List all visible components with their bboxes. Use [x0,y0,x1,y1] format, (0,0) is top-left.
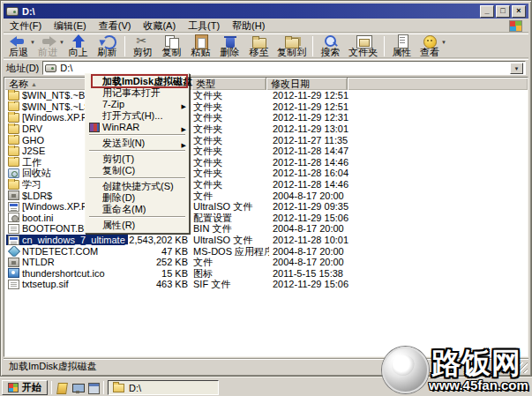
file-date: 2012-11-28 10:01 [273,235,348,245]
toolbar-button-icon [420,34,439,48]
close-button[interactable]: × [512,5,526,18]
file-row[interactable]: NTLDR 252 KB 文件 2004-8-17 20:00 [4,257,528,268]
file-icon [8,124,19,134]
context-menu-item[interactable]: 用记事本打开 ▶ [87,87,187,99]
file-name: cn_windows_7_ultimate_x86_... [22,235,128,245]
toolbar-button[interactable]: 复制到 ▼ [273,34,310,58]
toolbar-button-icon [321,34,341,48]
menu-bar-item[interactable]: 帮助(H) [226,19,271,34]
toolbar-button[interactable]: 剪切 ▼ [128,34,157,58]
file-date: 2012-11-29 09:35 [273,201,348,212]
address-dropdown-button[interactable]: ▼ [510,63,523,74]
maximize-button[interactable]: □ [496,5,510,18]
file-type: 文件夹 [193,179,269,190]
file-row[interactable]: GHO 文件夹 2012-11-27 11:35 [4,134,528,146]
file-name: BOOTFONT.BIN [22,223,94,234]
window-title: D:\ [22,6,35,17]
menu-bar-item[interactable]: 文件(F) [4,19,48,34]
file-size: 15 KB [126,268,188,279]
toolbar-button[interactable]: 文件夹 ▼ [345,34,381,58]
file-icon [8,202,19,212]
context-menu-item[interactable]: 发送到(N) ▶ [87,138,187,149]
context-menu-item[interactable]: 加载ImDisk虚拟磁盘 ▶ [87,76,187,87]
status-text: 加载ImDisk虚拟磁盘 [9,360,97,373]
file-icon [8,146,19,156]
drive-icon [6,7,19,16]
context-menu-item[interactable]: 剪切(T) ▶ [87,153,187,165]
file-row[interactable]: boot.ini 配置设置 2012-11-29 15:06 [4,213,528,224]
file-row[interactable]: 学习 文件夹 2012-11-28 14:46 [4,179,528,191]
file-icon [8,91,19,101]
toolbar-button[interactable]: 刷新 ▼ [93,34,122,58]
toolbar-button[interactable]: 粘贴 ▼ [186,34,215,58]
toolbar-button[interactable]: 向上 ▼ [64,34,93,58]
context-menu-item-label: WinRAR [102,122,139,132]
file-row[interactable]: thundershortcut.ico 15 KB 图标 2011-5-15 1… [4,268,528,280]
file-icon [8,213,19,222]
show-desktop-icon[interactable] [71,382,84,394]
minimize-button[interactable]: _ [480,5,494,18]
taskbar-window-button[interactable]: D:\ [108,380,219,395]
column-header-date[interactable]: 修改日期 [266,78,348,90]
context-menu-item[interactable]: 删除(D) ▶ [87,192,187,204]
file-row[interactable]: 回收站 文件夹 2012-11-28 16:04 [4,168,528,179]
context-menu-item[interactable]: 7-Zip ▶ [87,99,187,110]
context-menu-item[interactable]: WinRAR ▶ [87,122,187,133]
toolbar-button[interactable]: 后退 ▼ [5,34,34,58]
file-name: thundershortcut.ico [22,268,105,279]
context-menu-item[interactable]: 属性(R) ▶ [87,220,187,231]
menu-bar-item[interactable]: 查看(V) [93,19,138,34]
context-menu-item[interactable]: 创建快捷方式(S) ▶ [87,181,187,192]
context-menu-item[interactable]: 重命名(M) ▶ [87,204,187,215]
file-type: 配置设置 [193,213,269,223]
file-row[interactable]: cn_windows_7_ultimate_x86_... 2,543,202 … [4,235,528,246]
file-row[interactable]: J2SE 文件夹 2012-11-28 14:47 [4,146,528,157]
toolbar-button[interactable]: 查看 ▼ [416,34,446,58]
file-date: 2012-11-28 14:46 [273,179,348,190]
toolbar-button[interactable]: 属性 ▼ [387,34,416,58]
file-row[interactable]: [Windows.XP.Professional 文件夹 2012-11-29 … [4,112,528,123]
file-icon [8,168,19,178]
file-row[interactable]: 工作 文件夹 2012-11-28 14:46 [4,157,528,168]
context-menu-item-label: 属性(R) [102,220,135,230]
drive-icon [45,64,56,72]
dropdown-arrow-icon[interactable]: ▼ [441,40,446,45]
toolbar-button-icon [191,34,211,48]
file-row[interactable]: $LDR$ 文件 2004-8-17 20:00 [4,190,528,201]
context-menu-item[interactable]: 复制(C) ▶ [87,165,187,176]
file-type: 图标 [193,268,269,279]
menu-bar-item[interactable]: 编辑(E) [48,19,93,34]
context-menu-item-label: 加载ImDisk虚拟磁盘 [102,76,192,86]
file-row[interactable]: BOOTFONT.BIN BIN 文件 2004-8-17 20:00 [4,223,528,235]
toolbar-button[interactable]: 前进 ▼ [34,34,64,58]
windows-logo-icon [509,20,522,32]
file-icon [8,224,19,234]
menu-bar-item[interactable]: 工具(T) [182,19,226,34]
file-row[interactable]: txtsetup.sif 463 KB SIF 文件 2012-11-29 15… [4,279,528,290]
file-name: 工作 [22,157,41,168]
file-icon [8,268,19,278]
file-date: 2012-11-29 13:01 [273,123,348,134]
start-button[interactable]: 开始 [2,380,48,395]
toolbar-button[interactable]: 搜索 ▼ [316,34,345,58]
file-row[interactable]: $WIN_NT$.~BT 文件夹 2012-11-29 12:51 [4,90,528,101]
toolbar-button[interactable]: 移至 ▼ [244,34,273,58]
file-row[interactable]: DRV 文件夹 2012-11-29 13:01 [4,123,528,135]
column-header-type[interactable]: 类型 [191,78,266,90]
file-row[interactable]: $WIN_NT$.~LS 文件夹 2012-11-29 12:51 [4,101,528,113]
context-menu-item-label: 打开方式(H)... [102,110,162,121]
file-type: 文件夹 [193,101,269,112]
toolbar-button[interactable]: 复制 ▼ [157,34,186,58]
file-name: 学习 [22,179,41,190]
file-row[interactable]: NTDETECT.COM 47 KB MS-DOS 应用程序 2004-8-17… [4,245,528,257]
file-icon [8,157,19,167]
toolbar-button-icon [162,34,182,48]
context-menu-item[interactable]: 打开方式(H)... ▶ [87,110,187,122]
toolbar-button[interactable]: 删除 ▼ [215,34,244,58]
file-icon [8,280,19,289]
file-type: 文件夹 [193,90,269,101]
quick-launch-icon-2[interactable] [87,382,100,394]
quick-launch-icon-1[interactable] [56,382,68,394]
menu-bar-item[interactable]: 收藏(A) [137,19,182,34]
file-row[interactable]: [Windows.XP.Professional UltraISO 文件 201… [4,201,528,213]
